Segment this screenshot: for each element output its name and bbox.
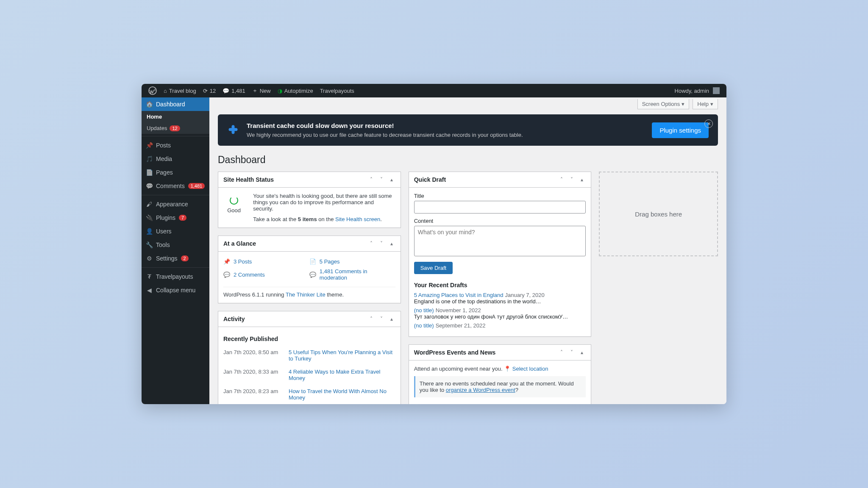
at-a-glance-box: At a Glance ˄˅▴ 📌3 Posts 📄5 Pages 💬2 Com… (218, 236, 401, 303)
notice-body: We highly recommend you to use our file … (247, 132, 523, 138)
move-down-icon[interactable]: ˅ (568, 177, 576, 183)
help-tab[interactable]: Help ▾ (693, 99, 718, 109)
admin-sidebar: 🏠Dashboard Home Updates12 📌Posts 🎵Media … (142, 97, 209, 404)
draft-content-textarea[interactable] (414, 226, 586, 256)
sidebar-item-tools[interactable]: 🔧Tools (142, 238, 209, 252)
activity-post-link[interactable]: 5 Useful Tips When You're Planning a Vis… (289, 349, 395, 362)
chevron-down-icon: ▾ (710, 101, 713, 107)
sidebar-collapse[interactable]: ◀Collapse menu (142, 283, 209, 297)
travelpayouts-link[interactable]: Travelpayouts (317, 84, 358, 97)
activity-post-link[interactable]: How to Travel the World With Almost No M… (289, 388, 395, 401)
plugin-notice: Transient cache could slow down your res… (218, 114, 718, 146)
plug-icon: 🔌 (146, 214, 153, 221)
activity-title: Activity (223, 316, 245, 322)
select-location-link[interactable]: Select location (512, 366, 548, 372)
sidebar-sub-home[interactable]: Home (142, 111, 209, 122)
comment-icon: 💬 (223, 88, 229, 94)
draft-item: (no title)September 21, 2022 (414, 322, 586, 329)
theme-link[interactable]: The Thinker Lite (286, 291, 326, 298)
news-link[interactable]: Share Your Experience: The 2022 WordPres… (414, 402, 586, 404)
recent-drafts-heading: Your Recent Drafts (414, 282, 586, 288)
location-icon: 📍 (504, 366, 511, 372)
notice-title: Transient cache could slow down your res… (247, 122, 523, 129)
account-link[interactable]: Howdy, admin (671, 84, 723, 97)
new-link[interactable]: ＋New (249, 84, 274, 97)
draft-content-label: Content (414, 218, 586, 224)
move-up-icon[interactable]: ˄ (367, 316, 375, 322)
sidebar-sub-updates[interactable]: Updates12 (142, 122, 209, 134)
glance-comments[interactable]: 💬2 Comments (223, 266, 309, 283)
draft-link[interactable]: 5 Amazing Places to Visit in England (414, 292, 504, 298)
comment-icon: 💬 (223, 272, 230, 278)
move-up-icon[interactable]: ˄ (558, 177, 565, 183)
activity-row: Jan 7th 2020, 8:33 am4 Reliable Ways to … (223, 365, 395, 385)
activity-box: Activity ˄˅▴ Recently Published Jan 7th … (218, 311, 401, 404)
updates-badge: 12 (170, 125, 180, 131)
move-up-icon[interactable]: ˄ (367, 241, 375, 247)
toggle-icon[interactable]: ▴ (578, 349, 586, 355)
updates-link[interactable]: ⟳12 (200, 84, 219, 97)
admin-bar: ⌂Travel blog ⟳12 💬1,481 ＋New ◑Autoptimiz… (142, 84, 726, 97)
move-down-icon[interactable]: ˅ (378, 177, 385, 183)
media-icon: 🎵 (146, 155, 153, 162)
toggle-icon[interactable]: ▴ (578, 177, 586, 183)
close-notice-button[interactable]: ✕ (704, 119, 713, 128)
draft-item: 5 Amazing Places to Visit in EnglandJanu… (414, 292, 586, 305)
content-area: Screen Options ▾ Help ▾ Transient cache … (209, 97, 726, 404)
settings-badge: 2 (181, 255, 189, 261)
organize-event-link[interactable]: organize a WordPress event (446, 387, 515, 393)
sidebar-item-dashboard[interactable]: 🏠Dashboard (142, 97, 209, 111)
page-icon: 📄 (309, 258, 316, 265)
quick-draft-title: Quick Draft (414, 176, 446, 183)
glance-posts[interactable]: 📌3 Posts (223, 257, 309, 266)
site-health-link[interactable]: Site Health screen (335, 216, 380, 222)
pin-icon: 📌 (146, 142, 153, 149)
toggle-icon[interactable]: ▴ (388, 177, 395, 183)
wp-logo[interactable] (145, 84, 160, 97)
plus-icon: ＋ (252, 87, 258, 94)
pin-icon: 📌 (223, 258, 230, 265)
events-title: WordPress Events and News (414, 349, 496, 356)
sidebar-item-travelpayouts[interactable]: ₮Travelpayouts (142, 270, 209, 283)
move-down-icon[interactable]: ˅ (568, 349, 576, 355)
dashboard-icon: 🏠 (146, 101, 153, 108)
sidebar-item-comments[interactable]: 💬Comments1,481 (142, 179, 209, 193)
screen-options-tab[interactable]: Screen Options ▾ (637, 99, 690, 109)
draft-title-input[interactable] (414, 201, 586, 214)
tp-icon: ₮ (146, 273, 153, 280)
sidebar-item-posts[interactable]: 📌Posts (142, 139, 209, 152)
activity-row: Jan 7th 2020, 8:50 am5 Useful Tips When … (223, 346, 395, 365)
move-up-icon[interactable]: ˄ (367, 177, 375, 183)
activity-post-link[interactable]: 4 Reliable Ways to Make Extra Travel Mon… (289, 369, 395, 381)
toggle-icon[interactable]: ▴ (388, 316, 395, 322)
events-news-box: WordPress Events and News ˄˅▴ Attend an … (409, 344, 592, 404)
site-link[interactable]: ⌂Travel blog (160, 84, 200, 97)
sidebar-item-appearance[interactable]: 🖌Appearance (142, 197, 209, 211)
glance-pages[interactable]: 📄5 Pages (309, 257, 395, 266)
plugin-settings-button[interactable]: Plugin settings (652, 122, 709, 138)
toggle-icon[interactable]: ▴ (388, 241, 395, 247)
draft-link[interactable]: (no title) (414, 322, 434, 329)
save-draft-button[interactable]: Save Draft (414, 262, 453, 274)
refresh-icon: ⟳ (203, 88, 208, 94)
power-icon: ◑ (278, 88, 282, 94)
sidebar-item-users[interactable]: 👤Users (142, 225, 209, 238)
page-icon: 📄 (146, 169, 153, 176)
collapse-icon: ◀ (146, 287, 153, 294)
comments-link[interactable]: 💬1,481 (219, 84, 249, 97)
glance-title: At a Glance (223, 240, 256, 247)
user-icon: 👤 (146, 228, 153, 235)
health-spinner-icon (230, 196, 238, 205)
sidebar-item-plugins[interactable]: 🔌Plugins7 (142, 211, 209, 225)
sidebar-item-settings[interactable]: ⚙Settings2 (142, 252, 209, 265)
move-down-icon[interactable]: ˅ (378, 241, 385, 247)
move-down-icon[interactable]: ˅ (378, 316, 385, 322)
wrench-icon: 🔧 (146, 241, 153, 248)
glance-moderation[interactable]: 💬1,481 Comments in moderation (309, 266, 395, 283)
draft-link[interactable]: (no title) (414, 307, 434, 313)
autoptimize-link[interactable]: ◑Autoptimize (274, 84, 317, 97)
sidebar-item-pages[interactable]: 📄Pages (142, 166, 209, 179)
sidebar-item-media[interactable]: 🎵Media (142, 152, 209, 166)
drop-zone[interactable]: Drag boxes here (599, 172, 718, 256)
move-up-icon[interactable]: ˄ (558, 349, 565, 355)
